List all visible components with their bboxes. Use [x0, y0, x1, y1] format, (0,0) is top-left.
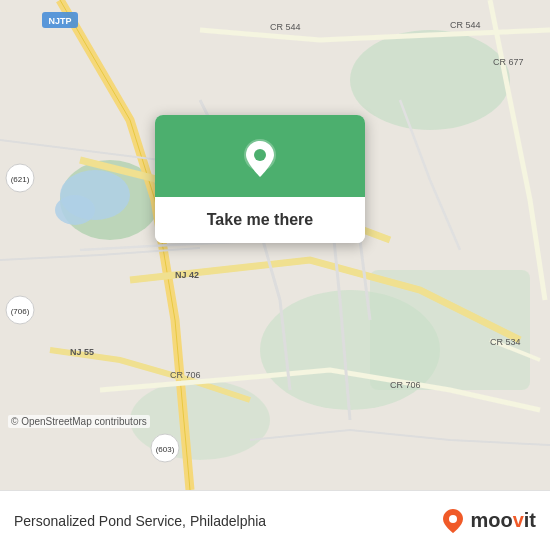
moovit-logo: moovit: [439, 507, 536, 535]
osm-credit: © OpenStreetMap contributors: [8, 415, 150, 428]
svg-text:CR 706: CR 706: [170, 370, 201, 380]
svg-text:CR 544: CR 544: [270, 22, 301, 32]
svg-text:CR 677: CR 677: [493, 57, 524, 67]
svg-text:(621): (621): [11, 175, 30, 184]
svg-point-26: [254, 149, 266, 161]
svg-text:CR 544: CR 544: [450, 20, 481, 30]
popup-header: [155, 115, 365, 197]
svg-text:NJ 55: NJ 55: [70, 347, 94, 357]
moovit-pin-icon: [439, 507, 467, 535]
take-me-there-button[interactable]: Take me there: [155, 197, 365, 243]
svg-point-27: [449, 515, 457, 523]
map-view: NJTP NJ 41 NJ 42 NJ 55 CR 544 CR 544 CR …: [0, 0, 550, 490]
svg-text:CR 534: CR 534: [490, 337, 521, 347]
svg-point-1: [350, 30, 510, 130]
map-popup: Take me there: [155, 115, 365, 243]
svg-text:(603): (603): [156, 445, 175, 454]
svg-text:NJTP: NJTP: [48, 16, 71, 26]
bottom-bar: Personalized Pond Service, Philadelphia …: [0, 490, 550, 550]
moovit-text: moovit: [470, 509, 536, 532]
svg-point-7: [55, 195, 95, 225]
location-pin-icon: [238, 137, 282, 181]
place-name: Personalized Pond Service, Philadelphia: [14, 513, 266, 529]
svg-text:CR 706: CR 706: [390, 380, 421, 390]
svg-text:NJ 42: NJ 42: [175, 270, 199, 280]
svg-text:(706): (706): [11, 307, 30, 316]
